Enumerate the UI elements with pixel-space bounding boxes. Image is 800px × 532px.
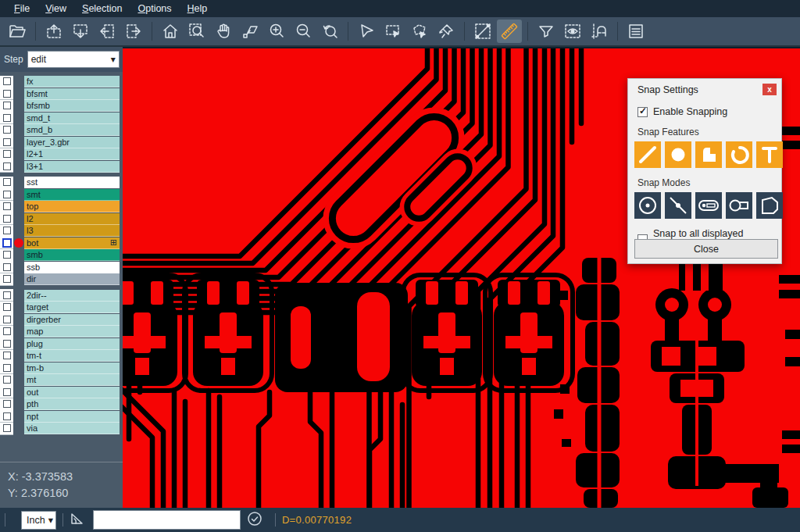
snap-feature-line-icon[interactable]: [634, 141, 661, 168]
snap-mode-profile-icon[interactable]: [756, 192, 783, 219]
layer-row-via[interactable]: via: [0, 423, 123, 435]
menu-view[interactable]: View: [38, 2, 74, 16]
layer-row-tm-t[interactable]: tm-t: [0, 350, 123, 362]
clean-brush-icon[interactable]: [434, 20, 459, 43]
layer-checkbox-via[interactable]: [3, 424, 11, 432]
layer-checkbox-dir[interactable]: [3, 275, 11, 283]
layer-row-bot[interactable]: bot⊞: [0, 237, 123, 250]
layer-row-l3[interactable]: l3: [0, 225, 123, 237]
select-cursor-icon[interactable]: [354, 20, 379, 43]
layer-row-bfsmb[interactable]: bfsmb: [0, 100, 123, 112]
layer-checkbox-l3+1[interactable]: [3, 162, 11, 170]
layer-row-top[interactable]: top: [0, 201, 123, 213]
unit-select[interactable]: Inch ▾: [21, 511, 56, 530]
layer-row-layer_3.gbr[interactable]: layer_3.gbr: [0, 137, 123, 149]
layer-checkbox-2dir--[interactable]: [3, 291, 11, 299]
menu-options[interactable]: Options: [130, 2, 179, 16]
layer-checkbox-smd_t[interactable]: [3, 114, 11, 122]
layer-row-bfsmt[interactable]: bfsmt: [0, 88, 123, 101]
home-icon[interactable]: [158, 20, 183, 43]
snap-feature-text-icon[interactable]: [756, 141, 783, 168]
snap-feature-surface-icon[interactable]: [695, 141, 722, 168]
layer-checkbox-smb[interactable]: [3, 251, 11, 259]
layer-row-smd_b[interactable]: smd_b: [0, 124, 123, 137]
snap-mode-center-icon[interactable]: [634, 192, 661, 219]
menu-help[interactable]: Help: [180, 2, 216, 16]
layer-row-ssb[interactable]: ssb: [0, 262, 123, 274]
close-icon[interactable]: x: [762, 84, 777, 95]
layer-row-smt[interactable]: smt: [0, 189, 123, 202]
zoom-window-icon[interactable]: [184, 20, 209, 43]
angle-measure-icon[interactable]: [70, 511, 85, 530]
layer-row-plug[interactable]: plug: [0, 338, 123, 351]
layer-row-smb[interactable]: smb: [0, 249, 123, 262]
layer-checkbox-bfsmt[interactable]: [3, 90, 11, 98]
menu-file[interactable]: File: [6, 2, 38, 16]
layer-checkbox-ssb[interactable]: [3, 263, 11, 271]
layer-checkbox-bot[interactable]: [2, 238, 12, 248]
snap-mode-point-on-line-icon[interactable]: [665, 192, 691, 219]
layer-checkbox-layer_3.gbr[interactable]: [3, 138, 11, 146]
snap-feature-arc-icon[interactable]: [726, 141, 752, 168]
zoom-previous-icon[interactable]: [317, 20, 342, 43]
layer-row-l3+1[interactable]: l3+1: [0, 161, 123, 173]
zoom-out-icon[interactable]: [291, 20, 316, 43]
apply-check-icon[interactable]: [247, 511, 262, 530]
layer-checkbox-sst[interactable]: [3, 178, 11, 186]
import-up-icon[interactable]: [41, 20, 66, 43]
layer-checkbox-tm-b[interactable]: [3, 364, 11, 372]
layer-row-dirgerber[interactable]: dirgerber: [0, 314, 123, 327]
view-options-icon[interactable]: [560, 20, 585, 43]
layer-checkbox-pth[interactable]: [3, 400, 11, 408]
layer-checkbox-dirgerber[interactable]: [3, 316, 11, 323]
layer-checkbox-l3[interactable]: [3, 227, 11, 234]
measure-distance-icon[interactable]: [470, 20, 495, 43]
step-select[interactable]: edit ▾: [27, 51, 120, 68]
layer-row-mt[interactable]: mt: [0, 374, 123, 387]
layer-row-npt[interactable]: npt: [0, 411, 123, 423]
open-folder-icon[interactable]: [5, 20, 30, 43]
import-down-icon[interactable]: [68, 20, 93, 43]
layer-checkbox-out[interactable]: [3, 388, 11, 396]
filter-icon[interactable]: [534, 20, 559, 43]
layer-row-out[interactable]: out: [0, 387, 123, 399]
ruler-icon[interactable]: [497, 20, 522, 43]
layer-row-smd_t[interactable]: smd_t: [0, 112, 123, 125]
layer-row-map[interactable]: map: [0, 326, 123, 338]
layer-row-l2+1[interactable]: l2+1: [0, 148, 123, 161]
layer-row-fx[interactable]: fx: [0, 76, 123, 88]
layer-checkbox-bfsmb[interactable]: [3, 102, 11, 109]
layer-row-dir[interactable]: dir: [0, 273, 123, 286]
import-right-icon[interactable]: [121, 20, 146, 43]
layer-checkbox-target[interactable]: [3, 303, 11, 311]
zoom-selection-icon[interactable]: [238, 20, 262, 43]
select-polygon-icon[interactable]: [407, 20, 432, 43]
layer-row-target[interactable]: target: [0, 302, 123, 314]
layer-checkbox-l2+1[interactable]: [3, 150, 11, 158]
layer-checkbox-npt[interactable]: [3, 412, 11, 420]
layer-row-l2[interactable]: l2: [0, 213, 123, 226]
layer-checkbox-fx[interactable]: [3, 77, 11, 85]
layer-checkbox-smd_b[interactable]: [3, 126, 11, 134]
layer-checkbox-l2[interactable]: [3, 215, 11, 223]
zoom-in-icon[interactable]: [264, 20, 289, 43]
snap-mode-pad-slot-icon[interactable]: [695, 192, 722, 219]
pan-hand-icon[interactable]: [211, 20, 236, 43]
snap-mode-slot-outline-icon[interactable]: [726, 192, 752, 219]
import-left-icon[interactable]: [95, 20, 120, 43]
command-input[interactable]: [93, 510, 241, 530]
layer-row-sst[interactable]: sst: [0, 177, 123, 189]
layer-row-pth[interactable]: pth: [0, 398, 123, 411]
menu-selection[interactable]: Selection: [74, 2, 130, 16]
enable-snapping-checkbox[interactable]: [638, 107, 648, 117]
layer-checkbox-top[interactable]: [3, 202, 11, 210]
layer-checkbox-mt[interactable]: [3, 376, 11, 384]
snap-feature-pad-icon[interactable]: [665, 141, 691, 168]
layer-checkbox-plug[interactable]: [3, 340, 11, 348]
layer-checkbox-tm-t[interactable]: [3, 352, 11, 359]
layer-checkbox-map[interactable]: [3, 327, 11, 335]
layer-form-icon[interactable]: [623, 20, 648, 43]
layer-row-2dir--[interactable]: 2dir--: [0, 290, 123, 302]
select-rectangle-icon[interactable]: [380, 20, 405, 43]
layer-checkbox-smt[interactable]: [3, 191, 11, 198]
